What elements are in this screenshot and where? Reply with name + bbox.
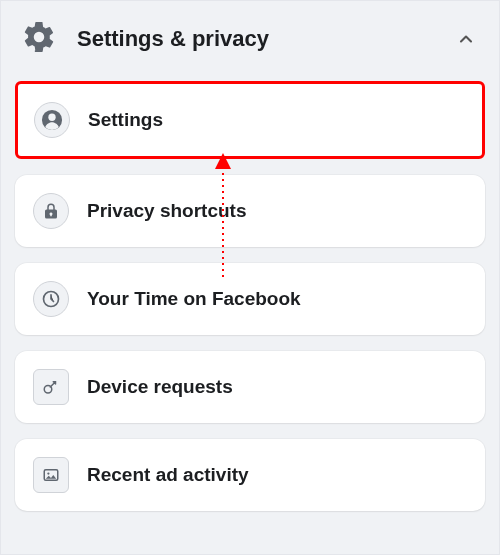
chevron-up-icon[interactable]: [453, 26, 479, 52]
photo-icon: [33, 457, 69, 493]
menu-item-device-requests[interactable]: Device requests: [15, 351, 485, 423]
settings-privacy-header[interactable]: Settings & privacy: [1, 1, 499, 73]
svg-point-1: [48, 114, 55, 121]
key-icon: [33, 369, 69, 405]
profile-icon: [34, 102, 70, 138]
menu-item-label: Recent ad activity: [87, 464, 249, 486]
gear-icon: [21, 19, 57, 59]
menu-item-recent-ad-activity[interactable]: Recent ad activity: [15, 439, 485, 511]
menu-item-your-time[interactable]: Your Time on Facebook: [15, 263, 485, 335]
menu-item-privacy-shortcuts[interactable]: Privacy shortcuts: [15, 175, 485, 247]
svg-point-5: [47, 472, 49, 474]
menu-item-label: Device requests: [87, 376, 233, 398]
menu-item-label: Privacy shortcuts: [87, 200, 246, 222]
clock-icon: [33, 281, 69, 317]
settings-list: Settings Privacy shortcuts Your Time on …: [1, 73, 499, 511]
menu-item-settings[interactable]: Settings: [15, 81, 485, 159]
menu-item-label: Your Time on Facebook: [87, 288, 301, 310]
menu-item-label: Settings: [88, 109, 163, 131]
header-title: Settings & privacy: [77, 26, 453, 52]
lock-icon: [33, 193, 69, 229]
